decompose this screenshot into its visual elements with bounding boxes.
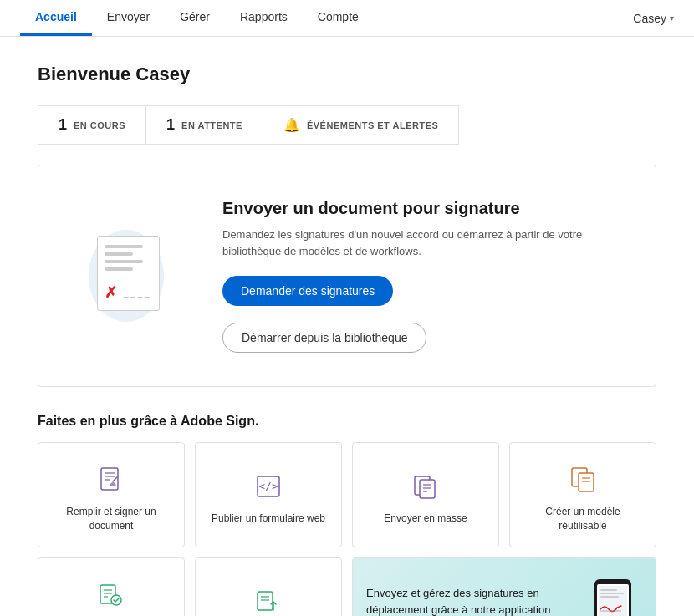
feature-fill-sign[interactable]: Remplir et signer un document [38, 442, 185, 547]
en-attente-label: EN ATTENTE [181, 120, 242, 130]
signature-mark: ✗ [105, 283, 117, 302]
doc-signature: ✗ _ _ _ _ [105, 283, 152, 302]
manage-icon [94, 578, 128, 612]
feature-web-form[interactable]: </> Publier un formulaire web [195, 442, 342, 547]
feature-send-bulk[interactable]: Envoyer en masse [352, 442, 499, 547]
status-en-cours[interactable]: 1 EN COURS [38, 106, 146, 144]
web-form-label: Publier un formulaire web [212, 512, 325, 526]
feature-template[interactable]: Créer un modèle réutilisable [509, 442, 656, 547]
svg-rect-8 [420, 480, 435, 498]
doc-line-1 [105, 245, 143, 248]
svg-rect-21 [258, 592, 273, 610]
fill-sign-icon [94, 463, 128, 496]
send-bulk-label: Envoyer en masse [384, 512, 467, 526]
nav-item-rapports[interactable]: Rapports [225, 0, 303, 36]
svg-rect-28 [600, 593, 624, 594]
send-card-buttons: Demander des signatures Démarrer depuis … [222, 276, 622, 353]
svg-rect-27 [600, 589, 617, 591]
evenements-label: ÉVÉNEMENTS ET ALERTES [307, 120, 438, 130]
send-card: ✗ _ _ _ _ Envoyer un document pour signa… [38, 165, 656, 387]
bell-icon: 🔔 [283, 117, 300, 133]
doc-line-2 [105, 252, 133, 256]
template-icon [566, 463, 600, 496]
web-form-icon: </> [252, 470, 285, 503]
nav-item-envoyer[interactable]: Envoyer [92, 0, 165, 36]
doc-paper: ✗ _ _ _ _ [97, 236, 160, 311]
nav-menu: Accueil Envoyer Gérer Rapports Compte [20, 0, 374, 36]
nav-item-accueil[interactable]: Accueil [20, 0, 92, 36]
send-card-content: Envoyer un document pour signature Deman… [222, 199, 622, 353]
status-en-attente[interactable]: 1 EN ATTENTE [146, 106, 263, 144]
en-cours-count: 1 [59, 116, 67, 134]
request-signatures-button[interactable]: Demander des signatures [222, 276, 393, 306]
doc-line-4 [105, 267, 133, 271]
features-section-title: Faites en plus grâce à Adobe Sign. [38, 414, 656, 429]
chevron-down-icon: ▾ [670, 13, 674, 23]
send-bulk-icon [409, 470, 442, 503]
nav-item-gerer[interactable]: Gérer [165, 0, 225, 36]
svg-text:</>: </> [258, 480, 278, 492]
doc-x-line: _ _ _ _ [124, 288, 150, 298]
en-cours-label: EN COURS [74, 120, 125, 130]
feature-grid-row2: Gérer et suivre tous les accords Amélior… [38, 557, 656, 616]
mobile-phone-image [584, 576, 642, 616]
start-from-library-button[interactable]: Démarrer depuis la bibliothèque [222, 323, 426, 353]
send-card-title: Envoyer un document pour signature [222, 199, 622, 218]
send-card-illustration: ✗ _ _ _ _ [72, 226, 189, 326]
send-card-desc: Demandez les signatures d'un nouvel acco… [222, 227, 622, 259]
welcome-title: Bienvenue Casey [38, 64, 656, 85]
navbar: Accueil Envoyer Gérer Rapports Compte Ca… [0, 0, 694, 37]
status-evenements[interactable]: 🔔 ÉVÉNEMENTS ET ALERTES [263, 106, 458, 144]
main-content: Bienvenue Casey 1 EN COURS 1 EN ATTENTE … [4, 37, 690, 616]
fill-sign-label: Remplir et signer un document [48, 505, 174, 533]
upgrade-icon [252, 585, 285, 616]
status-bar: 1 EN COURS 1 EN ATTENTE 🔔 ÉVÉNEMENTS ET … [38, 105, 459, 145]
svg-rect-29 [600, 596, 619, 598]
feature-grid-row1: Remplir et signer un document </> Publie… [38, 442, 656, 547]
feature-upgrade[interactable]: Améliorer votre compte [195, 557, 342, 616]
doc-line-3 [105, 260, 143, 263]
mobile-promo-card: Envoyez et gérez des signatures en dépla… [352, 557, 656, 616]
mobile-promo-text: Envoyez et gérez des signatures en dépla… [366, 585, 575, 616]
svg-rect-13 [579, 473, 594, 491]
feature-manage[interactable]: Gérer et suivre tous les accords [38, 557, 185, 616]
nav-item-compte[interactable]: Compte [303, 0, 374, 36]
en-attente-count: 1 [166, 116, 175, 134]
template-label: Créer un modèle réutilisable [520, 505, 646, 533]
user-name: Casey [633, 12, 666, 25]
user-menu[interactable]: Casey ▾ [633, 12, 674, 25]
